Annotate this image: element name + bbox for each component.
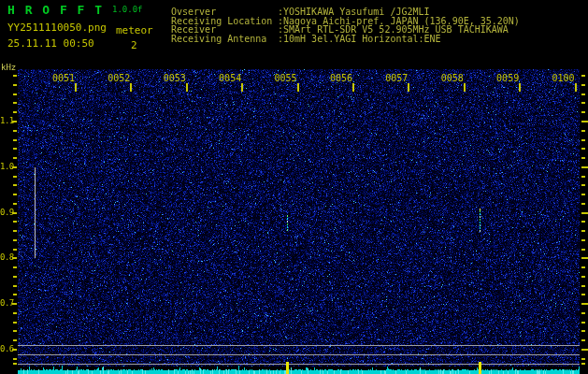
echo-count: 2 [131, 40, 137, 50]
app-title: H R O F F T [7, 4, 104, 16]
app-version: 1.0.0f [112, 6, 143, 14]
station-info: Ovserver:YOSHIKAWA Yasufumi /JG2MLIRecei… [171, 7, 520, 43]
station-info-label: Receiving Antenna [171, 35, 278, 44]
hrofft-output: H R O F F T 1.0.0f YY2511110050.png mete… [0, 0, 588, 374]
observation-datetime: 25.11.11 00:50 [7, 38, 94, 49]
mode-label: meteor [116, 25, 153, 36]
freq-axis-unit: kHz [1, 64, 16, 72]
station-info-line: Receiving Antenna:10mH 3el.YAGI Horizont… [171, 35, 520, 44]
spectrogram-canvas [0, 0, 588, 374]
station-info-value: :10mH 3el.YAGI Horizontal:ENE [278, 34, 441, 44]
output-filename: YY2511110050.png [7, 22, 107, 33]
